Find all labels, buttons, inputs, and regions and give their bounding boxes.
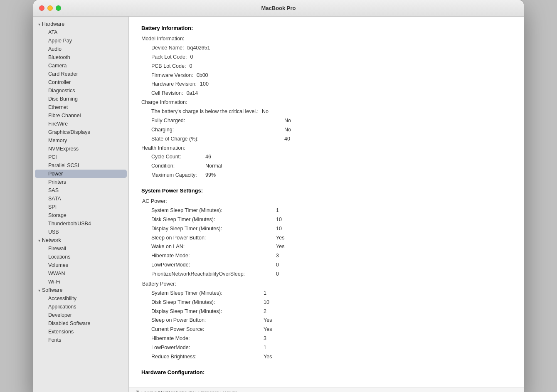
sidebar-item-spi[interactable]: SPI: [35, 203, 127, 211]
sidebar-item-discburning[interactable]: Disc Burning: [35, 95, 127, 103]
bat-system-sleep-row: System Sleep Timer (Minutes): 1: [151, 289, 511, 298]
sidebar-item-firewall[interactable]: Firewall: [35, 244, 127, 253]
pack-lot-value: 0: [190, 53, 193, 62]
sidebar-item-printers[interactable]: Printers: [35, 178, 127, 186]
sidebar-item-power[interactable]: Power: [35, 170, 127, 178]
ac-system-sleep-label: System Sleep Timer (Minutes):: [151, 206, 276, 215]
sidebar-section-network[interactable]: ▾ Network: [33, 236, 128, 244]
critical-row: The battery's charge is below the critic…: [151, 107, 511, 116]
sidebar: ▾ Hardware ATA Apple Pay Audio Bluetooth…: [33, 17, 129, 392]
ac-hibernate-row: Hibernate Mode: 3: [151, 251, 511, 261]
bat-reduce-label: Reduce Brightness:: [151, 353, 264, 362]
battery-power-label: Battery Power:: [142, 280, 511, 289]
state-charge-label: State of Charge (%):: [151, 135, 284, 144]
charge-info-label: Charge Information:: [141, 98, 511, 107]
pack-lot-label: Pack Lot Code:: [151, 53, 187, 62]
bat-reduce-row: Reduce Brightness: Yes: [151, 353, 511, 362]
software-header-label: Software: [42, 287, 62, 293]
breadcrumb: 🖥 Laura's MacBook Pro (2) › Hardware › P…: [129, 387, 524, 392]
bat-disk-sleep-value: 10: [264, 298, 269, 307]
system-power-block: AC Power: System Sleep Timer (Minutes): …: [141, 197, 511, 362]
sidebar-item-applications[interactable]: Applications: [35, 303, 127, 311]
bat-sleep-power-value: Yes: [264, 316, 272, 325]
bat-hibernate-label: Hibernate Mode:: [151, 334, 264, 343]
hardware-arrow-icon: ▾: [38, 22, 40, 27]
sidebar-item-sata[interactable]: SATA: [35, 195, 127, 203]
sidebar-item-memory[interactable]: Memory: [35, 136, 127, 145]
condition-label: Condition:: [151, 162, 205, 171]
sidebar-item-parallelscsi[interactable]: Parallel SCSI: [35, 161, 127, 170]
bat-system-sleep-value: 1: [264, 289, 266, 298]
sidebar-section-hardware[interactable]: ▾ Hardware: [33, 20, 128, 28]
sidebar-item-audio[interactable]: Audio: [35, 45, 127, 53]
ac-system-sleep-row: System Sleep Timer (Minutes): 1: [151, 206, 511, 215]
ac-wake-lan-label: Wake on LAN:: [151, 242, 276, 251]
sidebar-item-applepay[interactable]: Apple Pay: [35, 37, 127, 45]
sidebar-item-ata[interactable]: ATA: [35, 28, 127, 37]
sidebar-item-graphicsdisplays[interactable]: Graphics/Displays: [35, 128, 127, 136]
sidebar-item-cardreader[interactable]: Card Reader: [35, 70, 127, 78]
bat-current-source-value: Yes: [264, 325, 272, 334]
ac-disk-sleep-value: 10: [276, 215, 282, 224]
sidebar-item-bluetooth[interactable]: Bluetooth: [35, 53, 127, 62]
bat-display-sleep-label: Display Sleep Timer (Minutes):: [151, 307, 264, 316]
sidebar-item-camera[interactable]: Camera: [35, 62, 127, 70]
fully-charged-row: Fully Charged: No: [151, 116, 511, 126]
sidebar-item-fonts[interactable]: Fonts: [35, 336, 127, 344]
bat-current-source-label: Current Power Source:: [151, 325, 264, 334]
sidebar-item-volumes[interactable]: Volumes: [35, 261, 127, 269]
content-area: ▾ Hardware ATA Apple Pay Audio Bluetooth…: [33, 17, 524, 392]
ac-prioritize-row: PrioritizeNetworkReachabilityOverSleep: …: [151, 270, 511, 279]
device-name-row: Device Name: bq40z651: [151, 44, 511, 53]
sidebar-item-ethernet[interactable]: Ethernet: [35, 103, 127, 111]
battery-info-title: Battery Information:: [141, 25, 511, 31]
bat-lowpower-row: LowPowerMode: 1: [151, 343, 511, 353]
sidebar-item-controller[interactable]: Controller: [35, 78, 127, 86]
ac-display-sleep-row: Display Sleep Timer (Minutes): 10: [151, 224, 511, 234]
network-header-label: Network: [42, 237, 61, 243]
condition-value: Normal: [205, 162, 222, 171]
sidebar-item-storage[interactable]: Storage: [35, 211, 127, 219]
ac-lowpower-row: LowPowerMode: 0: [151, 261, 511, 270]
sidebar-item-nvmexpress[interactable]: NVMExpress: [35, 145, 127, 153]
max-capacity-row: Maximum Capacity: 99%: [151, 171, 511, 180]
pack-lot-row: Pack Lot Code: 0: [151, 53, 511, 62]
pcb-lot-label: PCB Lot Code:: [151, 62, 186, 71]
sidebar-item-accessibility[interactable]: Accessibility: [35, 294, 127, 303]
sidebar-item-sas[interactable]: SAS: [35, 186, 127, 195]
sidebar-item-thunderbolt[interactable]: Thunderbolt/USB4: [35, 219, 127, 228]
minimize-button[interactable]: [47, 5, 53, 11]
sidebar-item-usb[interactable]: USB: [35, 228, 127, 236]
sidebar-item-pci[interactable]: PCI: [35, 153, 127, 161]
health-info-label: Health Information:: [141, 144, 511, 153]
device-name-label: Device Name:: [151, 44, 184, 53]
maximize-button[interactable]: [56, 5, 61, 11]
cell-rev-row: Cell Revision: 0a14: [151, 89, 511, 98]
sidebar-item-fibrechannel[interactable]: Fibre Channel: [35, 111, 127, 120]
critical-value: No: [262, 107, 269, 116]
state-charge-value: 40: [284, 135, 290, 144]
max-capacity-value: 99%: [205, 171, 216, 180]
ac-display-sleep-value: 10: [276, 224, 282, 234]
ac-sleep-power-row: Sleep on Power Button: Yes: [151, 234, 511, 243]
sidebar-item-disabledsoftware[interactable]: Disabled Software: [35, 319, 127, 328]
charging-label: Charging:: [151, 126, 284, 135]
ac-power-label: AC Power:: [142, 197, 511, 206]
sidebar-item-diagnostics[interactable]: Diagnostics: [35, 86, 127, 95]
ac-system-sleep-value: 1: [276, 206, 279, 215]
sidebar-item-locations[interactable]: Locations: [35, 253, 127, 261]
ac-prioritize-value: 0: [276, 270, 279, 279]
bat-disk-sleep-label: Disk Sleep Timer (Minutes):: [151, 298, 264, 307]
ac-disk-sleep-label: Disk Sleep Timer (Minutes):: [151, 215, 276, 224]
critical-label: The battery's charge is below the critic…: [151, 107, 259, 116]
close-button[interactable]: [39, 5, 44, 11]
sidebar-section-software[interactable]: ▾ Software: [33, 286, 128, 294]
state-charge-row: State of Charge (%): 40: [151, 135, 511, 144]
sidebar-item-developer[interactable]: Developer: [35, 311, 127, 319]
sidebar-item-wwan[interactable]: WWAN: [35, 269, 127, 278]
sidebar-item-wifi[interactable]: Wi-Fi: [35, 278, 127, 286]
sidebar-item-firewire[interactable]: FireWire: [35, 120, 127, 128]
bat-lowpower-label: LowPowerMode:: [151, 343, 264, 353]
sidebar-item-extensions[interactable]: Extensions: [35, 328, 127, 336]
hardware-rev-label: Hardware Revision:: [151, 80, 197, 89]
